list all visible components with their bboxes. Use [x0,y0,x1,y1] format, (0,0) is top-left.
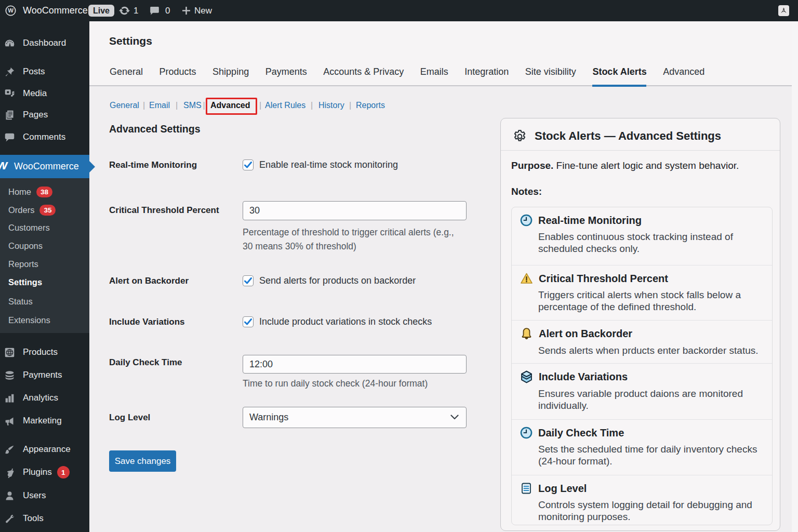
svg-text:W: W [8,7,14,14]
